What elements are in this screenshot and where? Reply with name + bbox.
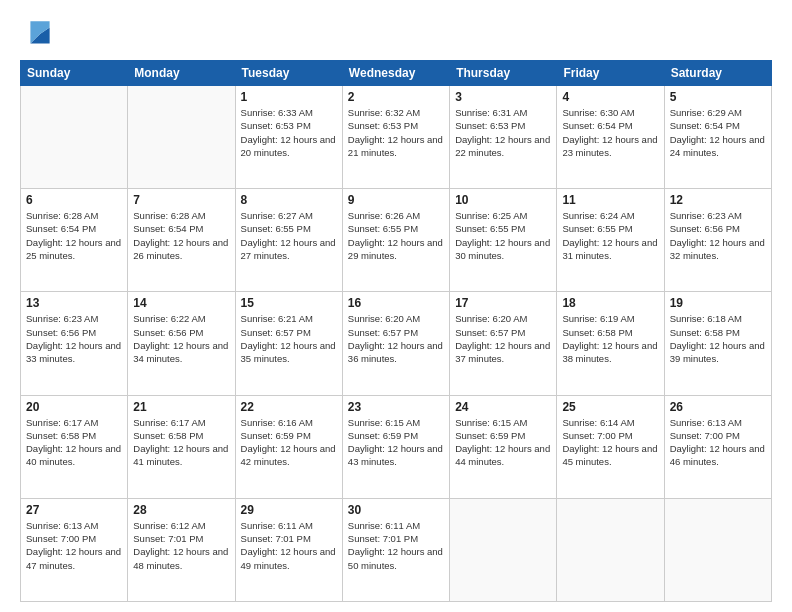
day-number: 11 <box>562 193 658 207</box>
day-info: Sunrise: 6:30 AMSunset: 6:54 PMDaylight:… <box>562 106 658 159</box>
day-number: 26 <box>670 400 766 414</box>
day-number: 8 <box>241 193 337 207</box>
day-info: Sunrise: 6:16 AMSunset: 6:59 PMDaylight:… <box>241 416 337 469</box>
calendar-week-row: 13Sunrise: 6:23 AMSunset: 6:56 PMDayligh… <box>21 292 772 395</box>
calendar-cell <box>21 86 128 189</box>
day-info: Sunrise: 6:11 AMSunset: 7:01 PMDaylight:… <box>348 519 444 572</box>
calendar-week-row: 20Sunrise: 6:17 AMSunset: 6:58 PMDayligh… <box>21 395 772 498</box>
calendar-cell: 21Sunrise: 6:17 AMSunset: 6:58 PMDayligh… <box>128 395 235 498</box>
day-number: 16 <box>348 296 444 310</box>
day-info: Sunrise: 6:11 AMSunset: 7:01 PMDaylight:… <box>241 519 337 572</box>
calendar-cell: 13Sunrise: 6:23 AMSunset: 6:56 PMDayligh… <box>21 292 128 395</box>
calendar-cell: 24Sunrise: 6:15 AMSunset: 6:59 PMDayligh… <box>450 395 557 498</box>
calendar-cell <box>557 498 664 601</box>
day-number: 30 <box>348 503 444 517</box>
day-number: 19 <box>670 296 766 310</box>
calendar-cell: 27Sunrise: 6:13 AMSunset: 7:00 PMDayligh… <box>21 498 128 601</box>
day-number: 2 <box>348 90 444 104</box>
day-number: 22 <box>241 400 337 414</box>
page-header <box>20 18 772 50</box>
day-info: Sunrise: 6:28 AMSunset: 6:54 PMDaylight:… <box>26 209 122 262</box>
logo-icon <box>24 18 56 50</box>
column-header-wednesday: Wednesday <box>342 61 449 86</box>
day-number: 17 <box>455 296 551 310</box>
calendar-cell: 4Sunrise: 6:30 AMSunset: 6:54 PMDaylight… <box>557 86 664 189</box>
day-number: 13 <box>26 296 122 310</box>
calendar-cell: 14Sunrise: 6:22 AMSunset: 6:56 PMDayligh… <box>128 292 235 395</box>
day-number: 18 <box>562 296 658 310</box>
day-info: Sunrise: 6:13 AMSunset: 7:00 PMDaylight:… <box>670 416 766 469</box>
calendar-cell: 3Sunrise: 6:31 AMSunset: 6:53 PMDaylight… <box>450 86 557 189</box>
day-info: Sunrise: 6:18 AMSunset: 6:58 PMDaylight:… <box>670 312 766 365</box>
day-number: 1 <box>241 90 337 104</box>
calendar-cell: 26Sunrise: 6:13 AMSunset: 7:00 PMDayligh… <box>664 395 771 498</box>
day-number: 9 <box>348 193 444 207</box>
calendar-cell <box>450 498 557 601</box>
day-info: Sunrise: 6:33 AMSunset: 6:53 PMDaylight:… <box>241 106 337 159</box>
calendar-cell: 16Sunrise: 6:20 AMSunset: 6:57 PMDayligh… <box>342 292 449 395</box>
calendar-cell: 6Sunrise: 6:28 AMSunset: 6:54 PMDaylight… <box>21 189 128 292</box>
calendar-cell: 2Sunrise: 6:32 AMSunset: 6:53 PMDaylight… <box>342 86 449 189</box>
day-number: 21 <box>133 400 229 414</box>
day-info: Sunrise: 6:25 AMSunset: 6:55 PMDaylight:… <box>455 209 551 262</box>
day-info: Sunrise: 6:24 AMSunset: 6:55 PMDaylight:… <box>562 209 658 262</box>
calendar-cell: 15Sunrise: 6:21 AMSunset: 6:57 PMDayligh… <box>235 292 342 395</box>
calendar-cell: 30Sunrise: 6:11 AMSunset: 7:01 PMDayligh… <box>342 498 449 601</box>
calendar-cell: 8Sunrise: 6:27 AMSunset: 6:55 PMDaylight… <box>235 189 342 292</box>
calendar-week-row: 27Sunrise: 6:13 AMSunset: 7:00 PMDayligh… <box>21 498 772 601</box>
day-number: 20 <box>26 400 122 414</box>
day-number: 27 <box>26 503 122 517</box>
day-number: 7 <box>133 193 229 207</box>
day-number: 24 <box>455 400 551 414</box>
calendar-cell <box>664 498 771 601</box>
calendar-cell: 23Sunrise: 6:15 AMSunset: 6:59 PMDayligh… <box>342 395 449 498</box>
column-header-sunday: Sunday <box>21 61 128 86</box>
day-info: Sunrise: 6:17 AMSunset: 6:58 PMDaylight:… <box>133 416 229 469</box>
calendar-cell: 18Sunrise: 6:19 AMSunset: 6:58 PMDayligh… <box>557 292 664 395</box>
calendar-cell: 12Sunrise: 6:23 AMSunset: 6:56 PMDayligh… <box>664 189 771 292</box>
day-info: Sunrise: 6:14 AMSunset: 7:00 PMDaylight:… <box>562 416 658 469</box>
day-info: Sunrise: 6:23 AMSunset: 6:56 PMDaylight:… <box>26 312 122 365</box>
column-header-tuesday: Tuesday <box>235 61 342 86</box>
day-info: Sunrise: 6:21 AMSunset: 6:57 PMDaylight:… <box>241 312 337 365</box>
calendar-cell: 11Sunrise: 6:24 AMSunset: 6:55 PMDayligh… <box>557 189 664 292</box>
day-info: Sunrise: 6:27 AMSunset: 6:55 PMDaylight:… <box>241 209 337 262</box>
day-number: 3 <box>455 90 551 104</box>
day-number: 12 <box>670 193 766 207</box>
calendar-week-row: 1Sunrise: 6:33 AMSunset: 6:53 PMDaylight… <box>21 86 772 189</box>
day-number: 6 <box>26 193 122 207</box>
day-info: Sunrise: 6:20 AMSunset: 6:57 PMDaylight:… <box>348 312 444 365</box>
day-info: Sunrise: 6:22 AMSunset: 6:56 PMDaylight:… <box>133 312 229 365</box>
day-info: Sunrise: 6:23 AMSunset: 6:56 PMDaylight:… <box>670 209 766 262</box>
day-info: Sunrise: 6:13 AMSunset: 7:00 PMDaylight:… <box>26 519 122 572</box>
day-number: 14 <box>133 296 229 310</box>
column-header-monday: Monday <box>128 61 235 86</box>
day-number: 29 <box>241 503 337 517</box>
day-number: 28 <box>133 503 229 517</box>
calendar-cell: 5Sunrise: 6:29 AMSunset: 6:54 PMDaylight… <box>664 86 771 189</box>
calendar-cell: 9Sunrise: 6:26 AMSunset: 6:55 PMDaylight… <box>342 189 449 292</box>
calendar-cell: 22Sunrise: 6:16 AMSunset: 6:59 PMDayligh… <box>235 395 342 498</box>
calendar-cell: 7Sunrise: 6:28 AMSunset: 6:54 PMDaylight… <box>128 189 235 292</box>
column-header-saturday: Saturday <box>664 61 771 86</box>
day-info: Sunrise: 6:20 AMSunset: 6:57 PMDaylight:… <box>455 312 551 365</box>
column-header-thursday: Thursday <box>450 61 557 86</box>
day-info: Sunrise: 6:19 AMSunset: 6:58 PMDaylight:… <box>562 312 658 365</box>
day-info: Sunrise: 6:28 AMSunset: 6:54 PMDaylight:… <box>133 209 229 262</box>
day-number: 10 <box>455 193 551 207</box>
day-number: 25 <box>562 400 658 414</box>
day-info: Sunrise: 6:32 AMSunset: 6:53 PMDaylight:… <box>348 106 444 159</box>
calendar-cell: 28Sunrise: 6:12 AMSunset: 7:01 PMDayligh… <box>128 498 235 601</box>
day-info: Sunrise: 6:12 AMSunset: 7:01 PMDaylight:… <box>133 519 229 572</box>
calendar-cell: 20Sunrise: 6:17 AMSunset: 6:58 PMDayligh… <box>21 395 128 498</box>
logo <box>20 18 56 50</box>
calendar-cell: 10Sunrise: 6:25 AMSunset: 6:55 PMDayligh… <box>450 189 557 292</box>
day-number: 4 <box>562 90 658 104</box>
day-number: 23 <box>348 400 444 414</box>
day-info: Sunrise: 6:26 AMSunset: 6:55 PMDaylight:… <box>348 209 444 262</box>
day-number: 5 <box>670 90 766 104</box>
calendar-cell: 25Sunrise: 6:14 AMSunset: 7:00 PMDayligh… <box>557 395 664 498</box>
day-info: Sunrise: 6:15 AMSunset: 6:59 PMDaylight:… <box>348 416 444 469</box>
day-info: Sunrise: 6:29 AMSunset: 6:54 PMDaylight:… <box>670 106 766 159</box>
calendar-cell: 29Sunrise: 6:11 AMSunset: 7:01 PMDayligh… <box>235 498 342 601</box>
